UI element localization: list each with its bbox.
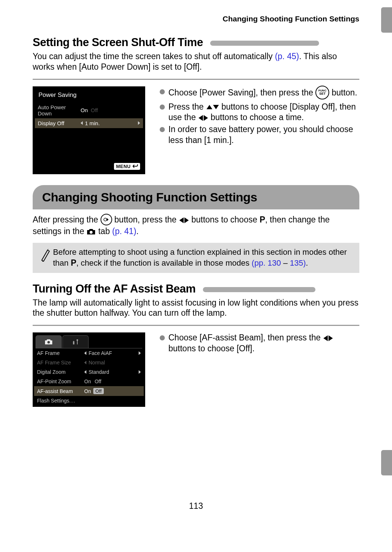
lcd-row-af-frame-size: AF Frame Size Normal [34, 358, 144, 367]
bullet-text: Choose [Power Saving], then press the FU… [168, 86, 357, 100]
lcd-row-af-assist-beam: AF-assist Beam On Off [34, 386, 144, 396]
heading-rule [203, 287, 315, 292]
lcd-row-display-off: Display Off 1 min. [35, 118, 143, 128]
running-header: Changing Shooting Function Settings [33, 15, 359, 23]
lcd-value: Normal [89, 360, 105, 365]
note-text: Before attempting to shoot using a funct… [53, 247, 354, 268]
text: button, press the [114, 215, 179, 224]
arrow-down-icon [213, 105, 219, 109]
tools-tab [62, 335, 89, 348]
svg-point-2 [48, 341, 50, 344]
text: After pressing the [33, 215, 101, 224]
text: buttons to choose [Off]. [168, 344, 254, 353]
section2-para: After pressing the button, press the but… [33, 214, 359, 237]
pencil-note-icon [37, 247, 53, 268]
lcd-menu-bar: MENU [35, 161, 143, 172]
triangle-right-icon [138, 121, 140, 125]
lcd-value-off: Off [95, 379, 101, 384]
page-reference-link[interactable]: (pp. 130 [252, 258, 281, 267]
return-icon [132, 164, 138, 168]
section3-instructions: Choose [AF-assist Beam], then press the … [160, 332, 359, 355]
bullet-icon [160, 105, 165, 110]
triangle-left-icon [81, 121, 83, 125]
text: buttons to choose [191, 215, 260, 224]
lcd-label: AF Frame Size [37, 360, 84, 365]
bullet-icon [160, 127, 165, 132]
divider [33, 79, 359, 80]
text: – [281, 258, 290, 267]
lcd-value-on: On [84, 388, 91, 394]
bullet-text: In order to save battery power, you shou… [168, 124, 359, 146]
page-reference-link[interactable]: (p. 45) [275, 52, 299, 61]
lcd-value-on: On [81, 107, 88, 113]
lcd-row-flash-settings: Flash Settings [34, 396, 144, 405]
triangle-left-icon [84, 370, 86, 374]
lcd-label: Flash Settings [37, 398, 84, 404]
lcd-value: 1 min. [85, 120, 100, 126]
triangle-right-icon [139, 351, 141, 355]
section1-instructions: Choose [Power Saving], then press the FU… [160, 86, 359, 147]
func-set-button-icon: FUNC SET [315, 86, 329, 99]
lcd-label: Auto Power Down [38, 104, 81, 116]
p-mode-icon: P [71, 258, 76, 267]
lcd-row-digital-zoom: Digital Zoom Standard [34, 367, 144, 377]
svg-point-0 [104, 218, 107, 221]
bullet-text: Press the buttons to choose [Display Off… [168, 102, 359, 123]
note-box: Before attempting to shoot using a funct… [33, 243, 359, 273]
arrow-right-icon [328, 335, 333, 341]
arrow-right-icon [184, 217, 189, 223]
lcd-row-af-point-zoom: AF-Point Zoom On Off [34, 377, 144, 386]
lcd-label: AF-assist Beam [37, 388, 84, 394]
arrow-right-icon [204, 115, 208, 121]
mode-dial-icon [101, 214, 112, 225]
lcd-label: AF Frame [37, 350, 84, 356]
section1-body: Power Saving Auto Power Down On Off Disp… [33, 86, 359, 174]
heading-rule [210, 41, 319, 46]
p-mode-icon: P [260, 215, 265, 224]
divider [33, 325, 359, 326]
triangle-left-icon [84, 351, 86, 355]
section-bar-heading: Changing Shooting Function Settings [33, 185, 359, 209]
text: tab [98, 226, 112, 236]
bullet-item: Choose [AF-assist Beam], then press the … [160, 332, 359, 354]
heading-screen-shutoff: Setting the Screen Shut-Off Time [33, 36, 359, 49]
arrow-left-icon [323, 335, 328, 341]
text: Press the [168, 102, 206, 111]
text: Choose [Power Saving], then press the [168, 88, 315, 97]
text: button. [332, 88, 357, 97]
thumb-tab-lower [381, 450, 392, 475]
text: . [306, 258, 308, 267]
arrow-left-icon [199, 115, 203, 121]
text: Choose [AF-assist Beam], then press the [168, 333, 323, 342]
bullet-text: Choose [AF-assist Beam], then press the … [168, 332, 359, 354]
lcd-label: Display Off [38, 120, 81, 126]
lcd-value-on: On [84, 379, 91, 384]
lcd-value: Face AiAF [89, 350, 112, 356]
camera-tab-icon [86, 226, 98, 236]
text: . [136, 226, 139, 236]
lcd-power-saving: Power Saving Auto Power Down On Off Disp… [33, 86, 145, 174]
camera-tab [36, 335, 62, 348]
heading-text: Turning Off the AF Assist Beam [33, 282, 196, 295]
lcd-blank [35, 128, 143, 161]
heading-af-assist: Turning Off the AF Assist Beam [33, 282, 359, 295]
text: , check if the function is available in … [76, 258, 252, 267]
lcd-tabs [36, 335, 142, 348]
lcd-label: Digital Zoom [37, 369, 84, 375]
lcd-label: AF-Point Zoom [37, 379, 84, 384]
lcd-row-auto-power-down: Auto Power Down On Off [35, 102, 143, 118]
lcd-title: Power Saving [35, 89, 143, 102]
lcd-row-af-frame: AF Frame Face AiAF [34, 348, 144, 358]
lcd-shooting-menu: AF Frame Face AiAF AF Frame Size Normal … [33, 332, 145, 407]
manual-page: Changing Shooting Function Settings Sett… [0, 0, 392, 533]
page-number: 113 [33, 501, 359, 511]
triangle-left-icon [84, 361, 86, 364]
bullet-icon [160, 89, 165, 94]
bullet-item: Press the buttons to choose [Display Off… [160, 102, 359, 123]
menu-label: MENU [116, 164, 131, 169]
triangle-right-icon [139, 370, 141, 374]
page-reference-link[interactable]: 135) [290, 258, 306, 267]
bullet-item: Choose [Power Saving], then press the FU… [160, 86, 359, 100]
page-reference-link[interactable]: (p. 41) [112, 226, 136, 236]
thumb-tab [381, 7, 392, 33]
